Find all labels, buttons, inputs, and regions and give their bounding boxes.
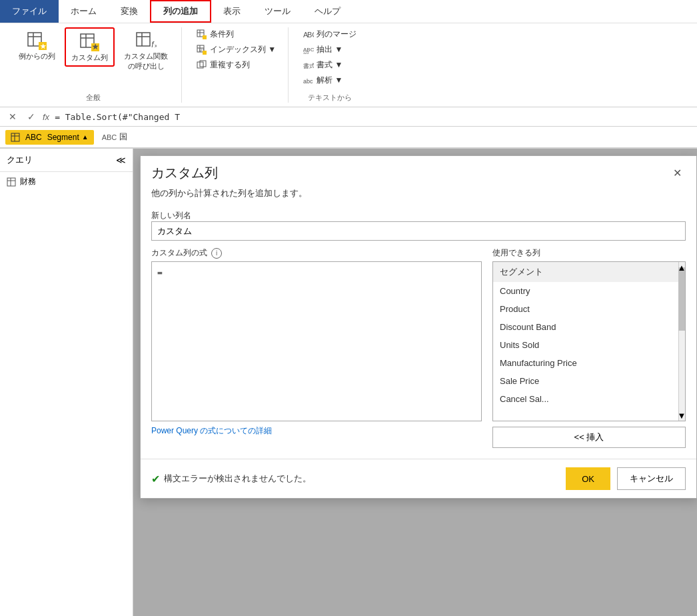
info-icon[interactable]: i xyxy=(211,248,222,259)
country-header[interactable]: ABC 国 xyxy=(97,129,133,145)
sidebar-header: クエリ ≪ xyxy=(0,149,133,172)
modal-close-button[interactable]: ✕ xyxy=(669,165,686,181)
sidebar-title: クエリ xyxy=(7,154,33,166)
insert-button[interactable]: << 挿入 xyxy=(492,427,686,448)
svg-rect-32 xyxy=(11,133,19,141)
format-button[interactable]: 書式 書式 ▼ xyxy=(299,58,360,72)
footer-buttons: OK キャンセル xyxy=(566,467,686,490)
ribbon-group-main: ★ 例からの列 ★ カスタム列 xyxy=(5,27,182,103)
formula-icons: ✕ ✓ fx xyxy=(5,109,49,124)
tab-add-column[interactable]: 列の追加 xyxy=(150,0,211,23)
modal-title: カスタム列 xyxy=(151,164,218,182)
modal-left: カスタム列の式 i = Power Query の式についての詳細 xyxy=(151,247,482,448)
svg-text:abc: abc xyxy=(303,78,313,85)
list-item[interactable]: Country xyxy=(493,282,685,300)
merge-icon: A BC xyxy=(303,29,314,40)
condition-col-button[interactable]: 条件列 xyxy=(193,27,280,41)
extract-button[interactable]: ABC 123 抽出 ▼ xyxy=(299,43,360,57)
custom-formula-label: カスタム列の式 xyxy=(151,247,207,259)
table-icon xyxy=(11,133,20,142)
index-col-button[interactable]: 123 インデックス列 ▼ xyxy=(193,43,280,57)
condition-icon xyxy=(197,29,207,40)
formula-content: = Table.Sort(#"Changed T xyxy=(55,112,692,122)
merge-label: 列のマージ xyxy=(317,29,356,40)
column-list: セグメント Country Product Discount Band Unit… xyxy=(492,261,686,421)
column-name-label: 新しい列名 xyxy=(151,211,191,220)
custom-column-modal: カスタム列 ✕ 他の列から計算された列を追加します。 新しい列名 カスタム列の式… xyxy=(140,155,697,499)
scroll-up-button[interactable]: ▲ xyxy=(679,263,684,271)
abc-badge: ABC xyxy=(23,132,45,143)
index-label: インデックス列 ▼ xyxy=(210,44,276,55)
column-headers-bar: ABC Segment ▲ ABC 国 xyxy=(0,127,697,148)
tab-home[interactable]: ホーム xyxy=(59,0,109,23)
tab-help[interactable]: ヘルプ xyxy=(303,0,352,23)
list-item[interactable]: Discount Band xyxy=(493,318,685,336)
merge-cols-button[interactable]: A BC 列のマージ xyxy=(299,27,360,41)
svg-text:BC: BC xyxy=(307,31,314,39)
ribbon-group-text: A BC 列のマージ ABC 123 抽出 ▼ 書式 書式 ▼ xyxy=(291,27,368,103)
formula-editor[interactable]: = xyxy=(151,261,482,421)
extract-label: 抽出 ▼ xyxy=(317,44,343,55)
tab-tools[interactable]: ツール xyxy=(253,0,303,23)
svg-text:123: 123 xyxy=(303,51,309,55)
format-label: 書式 ▼ xyxy=(317,59,343,71)
table-func-icon: f x xyxy=(135,30,157,51)
list-item[interactable]: Sale Price xyxy=(493,372,685,390)
modal-body: 他の列から計算された列を追加します。 新しい列名 カスタム列の式 i = Po xyxy=(141,187,696,459)
status-area: ✔ 構文エラーが検出されませんでした。 xyxy=(151,473,311,485)
tab-file[interactable]: ファイル xyxy=(0,0,59,23)
text-buttons: A BC 列のマージ ABC 123 抽出 ▼ 書式 書式 ▼ xyxy=(299,27,360,87)
custom-function-button[interactable]: f x カスタム関数の呼び出し xyxy=(119,27,173,74)
custom-column-button[interactable]: ★ カスタム列 xyxy=(65,27,115,67)
column-name-input[interactable] xyxy=(151,221,686,241)
formula-bar: ✕ ✓ fx = Table.Sort(#"Changed T xyxy=(0,107,697,127)
modal-footer: ✔ 構文エラーが検出されませんでした。 OK キャンセル xyxy=(141,459,696,498)
sidebar-item-finance[interactable]: 財務 xyxy=(0,172,133,191)
scroll-down-button[interactable]: ▼ xyxy=(679,411,684,419)
confirm-formula-button[interactable]: ✓ xyxy=(24,109,39,124)
svg-rect-18 xyxy=(203,35,207,39)
ok-button[interactable]: OK xyxy=(566,467,610,490)
power-query-link[interactable]: Power Query の式についての詳細 xyxy=(151,425,272,437)
cancel-button[interactable]: キャンセル xyxy=(617,467,686,490)
cancel-formula-button[interactable]: ✕ xyxy=(5,109,20,124)
main-buttons: ★ 例からの列 ★ カスタム列 xyxy=(13,27,173,87)
list-item[interactable]: Manufacturing Price xyxy=(493,354,685,372)
list-item[interactable]: Product xyxy=(493,300,685,318)
duplicate-col-button[interactable]: 重複する列 xyxy=(193,58,280,72)
text-from-label: テキストから xyxy=(308,90,352,103)
sidebar-collapse-button[interactable]: ≪ xyxy=(116,155,126,165)
tab-transform[interactable]: 変換 xyxy=(109,0,150,23)
svg-rect-35 xyxy=(7,178,15,186)
modal-overlay: カスタム列 ✕ 他の列から計算された列を追加します。 新しい列名 カスタム列の式… xyxy=(133,149,697,616)
segment-header[interactable]: ABC Segment ▲ xyxy=(5,130,94,145)
main-area: クエリ ≪ 財務 カスタム列 ✕ 他の列から計算された列を追加します。 xyxy=(0,149,697,616)
parse-button[interactable]: abc 解析 ▼ xyxy=(299,73,360,87)
list-item[interactable]: Cancel Sal... xyxy=(493,390,685,408)
abc-col-label: ABC xyxy=(102,133,117,141)
fx-label: fx xyxy=(43,112,49,122)
parse-icon: abc xyxy=(303,75,314,86)
duplicate-icon xyxy=(197,60,207,71)
modal-right: 使用できる列 セグメント Country Product Discount Ba… xyxy=(492,247,686,448)
table-example-icon: ★ xyxy=(27,30,48,51)
checkmark-icon: ✔ xyxy=(151,473,160,485)
list-item[interactable]: セグメント xyxy=(493,262,685,282)
svg-rect-23 xyxy=(203,51,207,55)
modal-two-col: カスタム列の式 i = Power Query の式についての詳細 使用できる列… xyxy=(151,247,686,448)
condition-label: 条件列 xyxy=(210,29,234,40)
ribbon-content: ★ 例からの列 ★ カスタム列 xyxy=(0,23,697,107)
scrollbar-track: ▲ ▼ xyxy=(678,262,685,421)
svg-text:x: x xyxy=(155,43,157,49)
sidebar: クエリ ≪ 財務 xyxy=(0,149,133,616)
available-columns-label: 使用できる列 xyxy=(492,247,686,259)
from-example-label: 例からの列 xyxy=(19,51,55,61)
tab-view[interactable]: 表示 xyxy=(211,0,253,23)
general-group-label: 全般 xyxy=(86,90,101,103)
scrollbar-thumb[interactable] xyxy=(678,267,685,331)
modal-titlebar: カスタム列 ✕ xyxy=(141,156,696,187)
formula-section-label: カスタム列の式 i xyxy=(151,247,482,259)
from-example-button[interactable]: ★ 例からの列 xyxy=(13,27,61,64)
content-area: カスタム列 ✕ 他の列から計算された列を追加します。 新しい列名 カスタム列の式… xyxy=(133,149,697,616)
list-item[interactable]: Units Sold xyxy=(493,336,685,354)
